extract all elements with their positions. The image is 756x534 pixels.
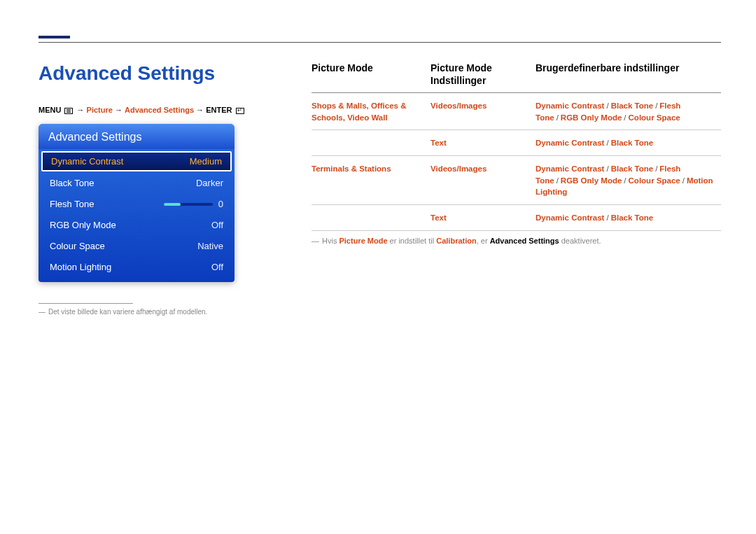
cell-user-settings: Dynamic Contrast/Black Tone/Flesh Tone/R… xyxy=(536,163,721,198)
table-row: Terminals & StationsVideos/ImagesDynamic… xyxy=(312,156,721,205)
footnote-text: Det viste billede kan variere afhængigt … xyxy=(48,308,207,316)
menu-icon xyxy=(64,108,73,114)
th-user-settings: Brugerdefinerbare indstillinger xyxy=(536,62,721,87)
osd-label: Dynamic Contrast xyxy=(51,156,123,167)
bc-advanced: Advanced Settings xyxy=(125,106,194,114)
th-picture-mode: Picture Mode xyxy=(312,62,430,87)
osd-value: Native xyxy=(197,241,223,251)
cell-user-settings: Dynamic Contrast/Black Tone xyxy=(536,137,721,149)
footnote-left: ―Det viste billede kan variere afhængigt… xyxy=(38,308,284,316)
slider[interactable] xyxy=(164,203,213,206)
cell-picture-mode-setting: Text xyxy=(430,137,536,149)
osd-label: Motion Lighting xyxy=(50,262,111,272)
osd-row-black-tone[interactable]: Black ToneDarker xyxy=(40,173,233,193)
cell-user-settings: Dynamic Contrast/Black Tone xyxy=(536,212,721,224)
osd-row-rgb-only-mode[interactable]: RGB Only ModeOff xyxy=(40,215,233,235)
breadcrumb: MENU → Picture → Advanced Settings → ENT… xyxy=(38,106,284,114)
bc-enter: ENTER xyxy=(206,106,232,114)
cell-picture-mode: Terminals & Stations xyxy=(312,163,430,175)
osd-value: Medium xyxy=(190,156,222,167)
cell-picture-mode-setting: Videos/Images xyxy=(430,100,536,112)
th-picture-mode-settings: Picture Mode Indstillinger xyxy=(430,62,536,87)
osd-header: Advanced Settings xyxy=(38,124,234,149)
osd-row-colour-space[interactable]: Colour SpaceNative xyxy=(40,236,233,256)
osd-value: Darker xyxy=(196,178,223,188)
arrow-icon: → xyxy=(115,106,122,114)
bc-picture: Picture xyxy=(87,106,113,114)
note-right: ―Hvis Picture Mode er indstillet til Cal… xyxy=(312,237,721,245)
cell-user-settings: Dynamic Contrast/Black Tone/Flesh Tone/R… xyxy=(536,100,721,123)
arrow-icon: → xyxy=(196,106,204,114)
cell-picture-mode-setting: Text xyxy=(430,212,536,224)
osd-label: Flesh Tone xyxy=(50,199,94,209)
cell-picture-mode-setting: Videos/Images xyxy=(430,163,536,175)
enter-icon xyxy=(236,108,244,114)
table-row: TextDynamic Contrast/Black Tone xyxy=(312,130,721,156)
osd-label: Black Tone xyxy=(50,178,94,188)
cell-picture-mode: Shops & Malls, Offices & Schools, Video … xyxy=(312,100,430,123)
osd-row-flesh-tone[interactable]: Flesh Tone0 xyxy=(40,194,233,214)
osd-value: Off xyxy=(211,220,223,230)
table-row: Shops & Malls, Offices & Schools, Video … xyxy=(312,93,721,130)
osd-label: Colour Space xyxy=(50,241,105,251)
bc-menu: MENU xyxy=(38,106,61,114)
page-title: Advanced Settings xyxy=(38,62,284,85)
settings-table: Picture Mode Picture Mode Indstillinger … xyxy=(312,62,721,231)
osd-panel: Advanced Settings Dynamic ContrastMedium… xyxy=(38,124,234,282)
osd-label: RGB Only Mode xyxy=(50,220,116,230)
table-row: TextDynamic Contrast/Black Tone xyxy=(312,205,721,231)
osd-row-motion-lighting[interactable]: Motion LightingOff xyxy=(40,257,233,277)
arrow-icon: → xyxy=(77,106,85,114)
osd-value: 0 xyxy=(218,199,223,209)
osd-row-dynamic-contrast[interactable]: Dynamic ContrastMedium xyxy=(41,151,232,171)
osd-value: Off xyxy=(211,262,223,272)
